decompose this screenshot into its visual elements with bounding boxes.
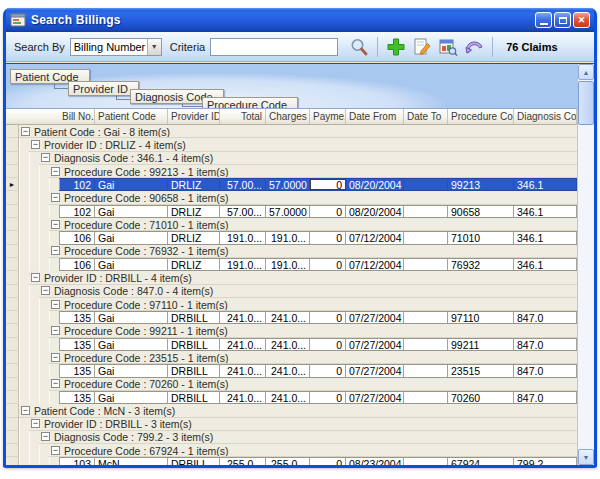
cell-patient-code[interactable]: Gai (95, 179, 168, 190)
collapse-icon[interactable]: − (51, 220, 60, 229)
cell-payments[interactable]: 0 (310, 392, 346, 403)
criteria-input[interactable] (210, 38, 338, 56)
groupby-provider-id[interactable]: Provider ID (68, 81, 139, 96)
cell-bill-no[interactable]: 106 (59, 259, 95, 270)
row-selector[interactable] (6, 218, 19, 231)
cell-charges[interactable]: 241.0... (266, 365, 310, 376)
cell-date-to[interactable] (404, 206, 448, 217)
cell-bill-no[interactable]: 106 (59, 232, 95, 243)
column-header-bill-no[interactable]: Bill No. (59, 109, 95, 124)
data-row[interactable]: 106GaiDRLIZ191.0...191.0...007/12/200471… (6, 231, 577, 244)
cell-diagnosis-code[interactable]: 346.1 (514, 259, 577, 270)
cell-date-to[interactable] (404, 179, 448, 190)
group-header[interactable]: −Patient Code : Gai - 8 item(s) (19, 125, 577, 138)
row-selector[interactable] (6, 418, 19, 431)
cell-bill-no[interactable]: 103 (59, 458, 95, 465)
cell-charges[interactable]: 255.0... (266, 458, 310, 465)
collapse-icon[interactable]: − (51, 193, 60, 202)
row-selector[interactable] (6, 258, 19, 271)
cell-provider-id[interactable]: DRBILL (168, 339, 220, 350)
group-row[interactable]: −Patient Code : Gai - 8 item(s) (6, 125, 577, 138)
group-row[interactable]: −Provider ID : DRBILL - 4 item(s) (6, 271, 577, 284)
column-header-date-from[interactable]: Date From (346, 109, 404, 124)
cell-total[interactable]: 241.0... (220, 392, 266, 403)
row-selector[interactable] (6, 125, 19, 138)
group-row[interactable]: −Patient Code : McN - 3 item(s) (6, 404, 577, 417)
cell-provider-id[interactable]: DRBILL (168, 365, 220, 376)
groupby-procedure-code[interactable]: Procedure Code (202, 97, 298, 109)
row-selector[interactable] (6, 444, 19, 457)
cell-date-from[interactable]: 07/27/2004 (346, 312, 404, 323)
row-selector[interactable] (6, 378, 19, 391)
cell-procedure-code[interactable]: 67924 (448, 458, 514, 465)
collapse-icon[interactable]: − (41, 153, 50, 162)
collapse-icon[interactable]: − (51, 446, 60, 455)
column-header-diagnosis-code[interactable]: Diagnosis Code (514, 109, 577, 124)
cell-date-to[interactable] (404, 458, 448, 465)
row-selector[interactable] (6, 404, 19, 417)
cell-bill-no[interactable]: 135 (59, 392, 95, 403)
cell-total[interactable]: 241.0... (220, 339, 266, 350)
row-selector[interactable] (6, 338, 19, 351)
row-selector[interactable] (6, 364, 19, 377)
cell-provider-id[interactable]: DRBILL (168, 458, 220, 465)
cell-total[interactable]: 255.0... (220, 458, 266, 465)
cell-patient-code[interactable]: Gai (95, 312, 168, 323)
cell-patient-code[interactable]: McN (95, 458, 168, 465)
collapse-icon[interactable]: − (51, 353, 60, 362)
group-row[interactable]: −Procedure Code : 23515 - 1 item(s) (6, 351, 577, 364)
collapse-icon[interactable]: − (41, 286, 50, 295)
cell-payments[interactable]: 0 (310, 206, 346, 217)
scrollbar-track[interactable] (578, 80, 594, 449)
column-header-payments[interactable]: Payme... (310, 109, 346, 124)
column-header-provider-id[interactable]: Provider ID (168, 109, 220, 124)
search-by-dropdown[interactable]: Billing Number ▼ (70, 38, 162, 56)
data-row[interactable]: ►102GaiDRLIZ57.00...57.0000008/20/200499… (6, 178, 577, 191)
row-selector[interactable] (6, 285, 19, 298)
cell-date-from[interactable]: 07/12/2004 (346, 259, 404, 270)
cell-payments[interactable]: 0 (310, 312, 346, 323)
cell-procedure-code[interactable]: 76932 (448, 259, 514, 270)
data-row[interactable]: 135GaiDRBILL241.0...241.0...007/27/20049… (6, 311, 577, 324)
collapse-icon[interactable]: − (51, 167, 60, 176)
row-selector[interactable] (6, 298, 19, 311)
group-header[interactable]: −Provider ID : DRBILL - 3 item(s) (29, 418, 577, 431)
cell-charges[interactable]: 241.0... (266, 312, 310, 323)
cell-patient-code[interactable]: Gai (95, 365, 168, 376)
row-selector[interactable] (6, 271, 19, 284)
group-header[interactable]: −Procedure Code : 90658 - 1 item(s) (49, 191, 577, 204)
collapse-icon[interactable]: − (51, 246, 60, 255)
group-header[interactable]: −Procedure Code : 70260 - 1 item(s) (49, 378, 577, 391)
cell-procedure-code[interactable]: 90658 (448, 206, 514, 217)
cell-provider-id[interactable]: DRBILL (168, 392, 220, 403)
preview-button[interactable] (436, 35, 460, 59)
cell-procedure-code[interactable]: 23515 (448, 365, 514, 376)
cell-patient-code[interactable]: Gai (95, 206, 168, 217)
column-header-patient-code[interactable]: Patient Code (95, 109, 168, 124)
data-row[interactable]: 135GaiDRBILL241.0...241.0...007/27/20047… (6, 391, 577, 404)
collapse-icon[interactable]: − (31, 140, 40, 149)
collapse-icon[interactable]: − (31, 419, 40, 428)
maximize-button[interactable] (554, 12, 571, 28)
column-header-total[interactable]: Total (220, 109, 266, 124)
group-row[interactable]: −Procedure Code : 99213 - 1 item(s) (6, 165, 577, 178)
edit-button[interactable] (410, 35, 434, 59)
group-row[interactable]: −Provider ID : DRBILL - 3 item(s) (6, 418, 577, 431)
cell-patient-code[interactable]: Gai (95, 259, 168, 270)
row-selector[interactable] (6, 138, 19, 151)
row-selector[interactable] (6, 457, 19, 465)
cell-bill-no[interactable]: 102 (59, 206, 95, 217)
cell-diagnosis-code[interactable]: 847.0 (514, 365, 577, 376)
data-row[interactable]: 135GaiDRBILL241.0...241.0...007/27/20049… (6, 338, 577, 351)
row-selector[interactable] (6, 205, 19, 218)
cell-bill-no[interactable]: 135 (59, 312, 95, 323)
group-row[interactable]: −Provider ID : DRLIZ - 4 item(s) (6, 138, 577, 151)
cell-payments[interactable]: 0 (310, 339, 346, 350)
cell-procedure-code[interactable]: 99213 (448, 179, 514, 190)
cell-date-to[interactable] (404, 232, 448, 243)
cell-procedure-code[interactable]: 71010 (448, 232, 514, 243)
cell-total[interactable]: 57.00... (220, 179, 266, 190)
cell-procedure-code[interactable]: 99211 (448, 339, 514, 350)
cell-provider-id[interactable]: DRLIZ (168, 179, 220, 190)
group-header[interactable]: −Provider ID : DRBILL - 4 item(s) (29, 271, 577, 284)
